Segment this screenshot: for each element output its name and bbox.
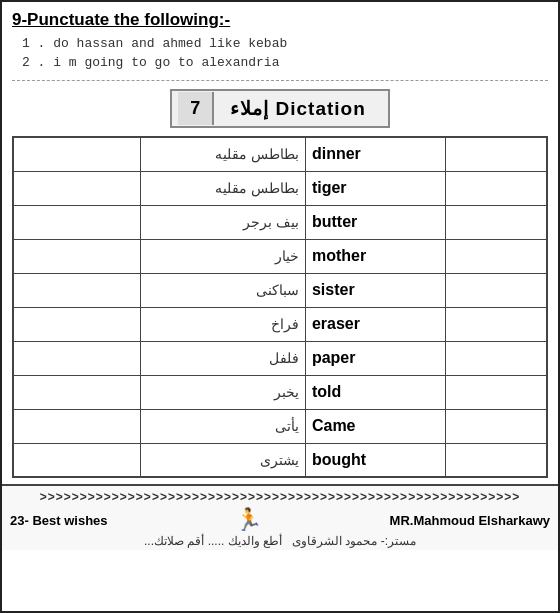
cell-arabic: يأتى bbox=[140, 409, 305, 443]
table-row: بطاطس مقليهtiger bbox=[13, 171, 547, 205]
dictation-table: بطاطس مقليهdinnerبطاطس مقليهtigerبيف برج… bbox=[12, 136, 548, 478]
punctuate-section: 1 . do hassan and ahmed like kebab 2 . i… bbox=[22, 36, 548, 70]
cell-arabic: يشترى bbox=[140, 443, 305, 477]
cell-arabic: يخبر bbox=[140, 375, 305, 409]
cell-right-blank bbox=[445, 137, 547, 171]
cell-english: dinner bbox=[305, 137, 445, 171]
cell-right-blank bbox=[445, 341, 547, 375]
cell-right-blank bbox=[445, 171, 547, 205]
cell-english: paper bbox=[305, 341, 445, 375]
cell-arabic: خيار bbox=[140, 239, 305, 273]
cell-english: mother bbox=[305, 239, 445, 273]
table-row: يخبرtold bbox=[13, 375, 547, 409]
teacher-name: MR.Mahmoud Elsharkawy bbox=[390, 513, 550, 528]
cell-arabic: سباكنى bbox=[140, 273, 305, 307]
divider bbox=[12, 80, 548, 81]
cell-english: bought bbox=[305, 443, 445, 477]
cell-english: tiger bbox=[305, 171, 445, 205]
cell-arabic: بطاطس مقليه bbox=[140, 171, 305, 205]
cell-right-blank bbox=[445, 307, 547, 341]
cell-arabic: فلفل bbox=[140, 341, 305, 375]
cell-right-blank bbox=[445, 375, 547, 409]
dictation-label: Dictation إملاء bbox=[214, 91, 382, 126]
cell-left-blank bbox=[13, 171, 140, 205]
punctuate-item-2: 2 . i m going to go to alexandria bbox=[22, 55, 548, 70]
cell-english: sister bbox=[305, 273, 445, 307]
cell-right-blank bbox=[445, 273, 547, 307]
punctuate-item-1: 1 . do hassan and ahmed like kebab bbox=[22, 36, 548, 51]
cell-arabic: فراخ bbox=[140, 307, 305, 341]
dictation-header: 7 Dictation إملاء bbox=[170, 89, 390, 128]
table-row: سباكنىsister bbox=[13, 273, 547, 307]
cell-arabic: بطاطس مقليه bbox=[140, 137, 305, 171]
footer-arrows: >>>>>>>>>>>>>>>>>>>>>>>>>>>>>>>>>>>>>>>>… bbox=[10, 490, 550, 504]
cell-left-blank bbox=[13, 307, 140, 341]
table-row: خيارmother bbox=[13, 239, 547, 273]
dictation-number: 7 bbox=[178, 92, 214, 125]
cell-right-blank bbox=[445, 409, 547, 443]
best-wishes: 23- Best wishes bbox=[10, 513, 108, 528]
cell-left-blank bbox=[13, 409, 140, 443]
section-title: 9-Punctuate the following:- bbox=[12, 10, 548, 30]
cell-left-blank bbox=[13, 375, 140, 409]
cell-english: butter bbox=[305, 205, 445, 239]
runner-figure: 🏃 bbox=[231, 507, 266, 533]
table-row: فلفلpaper bbox=[13, 341, 547, 375]
table-row: فراخeraser bbox=[13, 307, 547, 341]
cell-left-blank bbox=[13, 205, 140, 239]
cell-left-blank bbox=[13, 273, 140, 307]
runner-icon: 🏃 bbox=[235, 507, 262, 533]
table-row: بطاطس مقليهdinner bbox=[13, 137, 547, 171]
cell-left-blank bbox=[13, 137, 140, 171]
cell-right-blank bbox=[445, 239, 547, 273]
cell-arabic: بيف برجر bbox=[140, 205, 305, 239]
cell-left-blank bbox=[13, 341, 140, 375]
table-row: بيف برجرbutter bbox=[13, 205, 547, 239]
cell-left-blank bbox=[13, 239, 140, 273]
footer-arabic: مستر:- محمود الشرقاوى أطع والديك ..... أ… bbox=[10, 534, 550, 548]
cell-english: told bbox=[305, 375, 445, 409]
table-row: يشترىbought bbox=[13, 443, 547, 477]
cell-right-blank bbox=[445, 205, 547, 239]
cell-english: Came bbox=[305, 409, 445, 443]
cell-english: eraser bbox=[305, 307, 445, 341]
cell-right-blank bbox=[445, 443, 547, 477]
cell-left-blank bbox=[13, 443, 140, 477]
footer: >>>>>>>>>>>>>>>>>>>>>>>>>>>>>>>>>>>>>>>>… bbox=[2, 484, 558, 550]
table-row: يأتىCame bbox=[13, 409, 547, 443]
